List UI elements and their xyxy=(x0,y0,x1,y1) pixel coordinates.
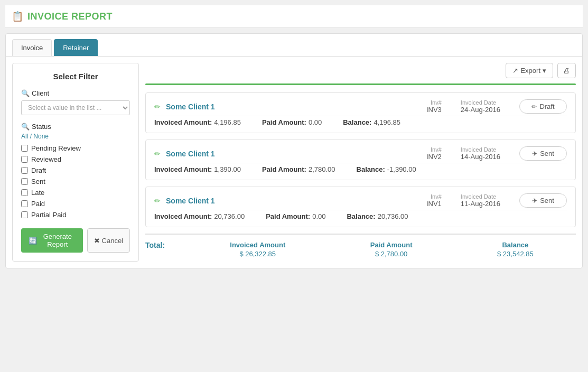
all-link[interactable]: All xyxy=(21,133,28,140)
invoice-date-2: Invoiced Date 14-Aug-2016 xyxy=(461,146,500,161)
filter-actions: 🔄 Generate Report ✖ Cancel xyxy=(21,228,130,253)
tab-retainer[interactable]: Retainer xyxy=(54,39,98,56)
print-button[interactable]: 🖨 xyxy=(557,63,576,78)
client-select[interactable]: Select a value in the list ... xyxy=(21,100,130,115)
checkbox-draft-input[interactable] xyxy=(21,167,28,174)
balance-3: Balance: 20,736.00 xyxy=(347,212,408,220)
invoice-meta-3: Inv# INV1 xyxy=(426,193,442,208)
meta-date-group-1: Inv# INV3 Invoiced Date 24-Aug-2016 ✏ Dr… xyxy=(426,99,567,114)
checkbox-sent[interactable]: Sent xyxy=(21,178,130,185)
meta-date-group-3: Inv# INV1 Invoiced Date 11-Aug-2016 ✈ Se… xyxy=(426,193,567,208)
totals-label: Total: xyxy=(145,241,188,249)
tab-invoice[interactable]: Invoice xyxy=(12,39,52,56)
checkbox-paid-input[interactable] xyxy=(21,200,28,207)
invoice-amounts-1: Invoiced Amount: 4,196.85 Paid Amount: 0… xyxy=(154,116,567,126)
cancel-icon: ✖ xyxy=(94,237,100,245)
edit-icon-3[interactable]: ✏ xyxy=(154,197,161,205)
filter-title: Select Filter xyxy=(21,72,130,81)
invoice-date-3: Invoiced Date 11-Aug-2016 xyxy=(461,193,500,208)
export-icon: ↗ xyxy=(512,67,518,75)
invoice-card-1: ✏ Some Client 1 Inv# INV3 Invoiced Date … xyxy=(145,92,576,133)
invoice-header-row-2: ✏ Some Client 1 Inv# INV2 Invoiced Date … xyxy=(154,146,567,161)
invoice-amounts-3: Invoiced Amount: 20,736.00 Paid Amount: … xyxy=(154,210,567,220)
status-header: 🔍 Status xyxy=(21,123,130,131)
tabs-bar: Invoice Retainer xyxy=(6,34,582,57)
cancel-button[interactable]: ✖ Cancel xyxy=(87,228,130,253)
status-filter-section: 🔍 Status All / None Pending Review xyxy=(21,123,130,219)
invoice-meta-1: Inv# INV3 xyxy=(426,99,442,114)
invoiced-amount-3: Invoiced Amount: 20,736.00 xyxy=(154,212,245,220)
checkbox-pending-review-input[interactable] xyxy=(21,145,28,152)
invoiced-amount-1: Invoiced Amount: 4,196.85 xyxy=(154,118,241,126)
paid-amount-2: Paid Amount: 2,780.00 xyxy=(262,165,335,173)
total-paid-col: Paid Amount $ 2,780.00 xyxy=(370,241,413,258)
print-icon: 🖨 xyxy=(563,67,570,75)
report-toolbar: ↗ Export ▾ 🖨 xyxy=(145,63,576,78)
client-name-2[interactable]: Some Client 1 xyxy=(166,150,215,158)
main-card: Invoice Retainer Select Filter 🔍 Client … xyxy=(5,33,583,268)
client-filter-section: 🔍 Client Select a value in the list ... xyxy=(21,89,130,115)
none-link[interactable]: None xyxy=(33,133,49,140)
client-search-icon: 🔍 xyxy=(21,89,30,97)
checkbox-reviewed[interactable]: Reviewed xyxy=(21,155,130,163)
all-none-links: All / None xyxy=(21,133,130,140)
edit-icon-2[interactable]: ✏ xyxy=(154,150,161,158)
meta-date-group-2: Inv# INV2 Invoiced Date 14-Aug-2016 ✈ Se… xyxy=(426,146,567,161)
status-button-1[interactable]: ✏ Draft xyxy=(519,99,567,114)
paid-amount-1: Paid Amount: 0.00 xyxy=(262,118,322,126)
page-header: 📋 INVOICE REPORT xyxy=(5,5,583,28)
balance-2: Balance: -1,390.00 xyxy=(357,165,416,173)
content-area: Select Filter 🔍 Client Select a value in… xyxy=(6,57,582,268)
refresh-icon: 🔄 xyxy=(29,237,37,245)
client-label: 🔍 Client xyxy=(21,89,130,97)
total-balance-col: Balance $ 23,542.85 xyxy=(497,241,534,258)
invoice-card-2: ✏ Some Client 1 Inv# INV2 Invoiced Date … xyxy=(145,140,576,180)
invoice-client-3: ✏ Some Client 1 xyxy=(154,197,426,205)
invoice-header-row-3: ✏ Some Client 1 Inv# INV1 Invoiced Date … xyxy=(154,193,567,208)
export-button[interactable]: ↗ Export ▾ xyxy=(506,63,553,78)
client-name-1[interactable]: Some Client 1 xyxy=(166,103,215,111)
report-icon: 📋 xyxy=(12,11,23,22)
page-title: INVOICE REPORT xyxy=(27,11,113,22)
checkbox-partial-paid-input[interactable] xyxy=(21,211,28,218)
sent-icon-3: ✈ xyxy=(532,197,537,204)
invoice-client-2: ✏ Some Client 1 xyxy=(154,150,426,158)
draft-icon: ✏ xyxy=(531,103,537,110)
checkbox-list: Pending Review Reviewed Draft Sent xyxy=(21,144,130,219)
checkbox-late-input[interactable] xyxy=(21,189,28,196)
invoice-meta-2: Inv# INV2 xyxy=(426,146,442,161)
edit-icon-1[interactable]: ✏ xyxy=(154,103,161,111)
invoice-date-1: Invoiced Date 24-Aug-2016 xyxy=(461,99,500,114)
checkbox-partial-paid[interactable]: Partial Paid xyxy=(21,211,130,219)
balance-1: Balance: 4,196.85 xyxy=(343,118,400,126)
chevron-down-icon: ▾ xyxy=(543,67,546,75)
client-name-3[interactable]: Some Client 1 xyxy=(166,197,215,205)
total-invoiced-col: Invoiced Amount $ 26,322.85 xyxy=(230,241,285,258)
invoice-client-1: ✏ Some Client 1 xyxy=(154,103,426,111)
checkbox-sent-input[interactable] xyxy=(21,178,28,185)
invoice-card-3: ✏ Some Client 1 Inv# INV1 Invoiced Date … xyxy=(145,187,576,227)
paid-amount-3: Paid Amount: 0.00 xyxy=(266,212,325,220)
status-search-icon: 🔍 xyxy=(21,123,30,131)
checkbox-late[interactable]: Late xyxy=(21,189,130,197)
report-divider xyxy=(145,83,576,85)
report-area: ↗ Export ▾ 🖨 ✏ Some Client 1 xyxy=(145,63,576,262)
checkbox-reviewed-input[interactable] xyxy=(21,156,28,163)
status-button-2[interactable]: ✈ Sent xyxy=(519,146,567,161)
checkbox-pending-review[interactable]: Pending Review xyxy=(21,144,130,152)
invoice-amounts-2: Invoiced Amount: 1,390.00 Paid Amount: 2… xyxy=(154,163,567,173)
invoice-header-row-1: ✏ Some Client 1 Inv# INV3 Invoiced Date … xyxy=(154,99,567,114)
filter-panel: Select Filter 🔍 Client Select a value in… xyxy=(12,63,139,262)
sent-icon-2: ✈ xyxy=(532,150,537,157)
checkbox-draft[interactable]: Draft xyxy=(21,166,130,174)
invoiced-amount-2: Invoiced Amount: 1,390.00 xyxy=(154,165,241,173)
totals-cols: Invoiced Amount $ 26,322.85 Paid Amount … xyxy=(188,241,576,258)
status-button-3[interactable]: ✈ Sent xyxy=(519,193,567,208)
generate-report-button[interactable]: 🔄 Generate Report xyxy=(21,228,83,253)
checkbox-paid[interactable]: Paid xyxy=(21,200,130,208)
totals-row: Total: Invoiced Amount $ 26,322.85 Paid … xyxy=(145,234,576,258)
